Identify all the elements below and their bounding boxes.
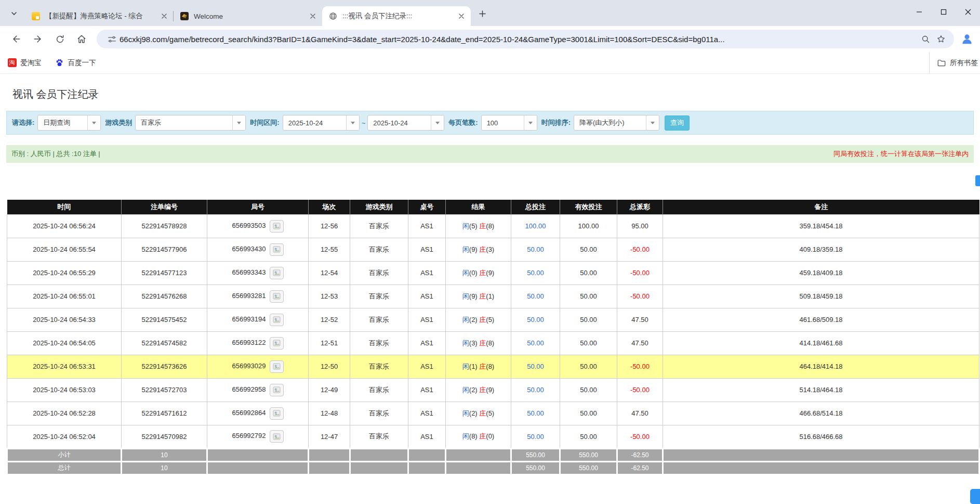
back-to-top-button[interactable] xyxy=(970,489,980,504)
profile-avatar[interactable] xyxy=(959,31,975,47)
video-replay-button[interactable] xyxy=(270,337,284,350)
total-bet-link[interactable]: 50.00 xyxy=(511,378,560,402)
bookmark-label: 爱淘宝 xyxy=(20,58,42,68)
total-row-empty-remark xyxy=(663,461,979,474)
valid-bet: 50.00 xyxy=(560,355,617,378)
video-replay-button[interactable] xyxy=(270,267,284,279)
chevron-down-icon xyxy=(87,115,100,130)
game-result: 闲(8) 庄(0) xyxy=(446,425,511,448)
table-row: 2025-10-24 06:53:03522914572703656992958… xyxy=(7,378,979,402)
bookmark-taobao[interactable]: 淘 爱淘宝 xyxy=(7,58,42,68)
payout: 47.50 xyxy=(617,402,663,425)
game-type: 百家乐 xyxy=(350,355,408,378)
valid-bet: 50.00 xyxy=(560,425,617,448)
payout: 95.00 xyxy=(617,214,663,238)
all-bookmarks[interactable]: 所有书签 xyxy=(929,52,980,73)
video-replay-button[interactable] xyxy=(270,430,284,443)
round-number: 656993281 xyxy=(207,285,309,308)
bet-time: 2025-10-24 06:55:54 xyxy=(7,238,122,261)
reload-button[interactable] xyxy=(51,30,69,48)
date-start-select[interactable]: 2025-10-24 xyxy=(283,115,360,131)
plus-icon xyxy=(479,10,486,17)
bet-time: 2025-10-24 06:56:24 xyxy=(7,214,122,238)
session-number: 12-55 xyxy=(309,238,350,261)
remark: 464.18/414.18 xyxy=(663,355,979,378)
game-result: 闲(1) 庄(8) xyxy=(446,355,511,378)
tab-close-button[interactable] xyxy=(308,11,318,21)
table-row: 2025-10-24 06:54:33522914575452656993194… xyxy=(7,308,979,331)
total-bet-link[interactable]: 50.00 xyxy=(511,331,560,355)
video-replay-button[interactable] xyxy=(270,290,284,303)
home-button[interactable] xyxy=(73,30,90,48)
payout: -50.00 xyxy=(617,285,663,308)
subtotal-row-count: 10 xyxy=(122,448,207,461)
sort-select[interactable]: 降幂(由大到小) xyxy=(574,115,659,131)
bet-record-table: 时间 注单编号 局号 场次 游戏类别 桌号 结果 总投注 有效投注 总派彩 备注… xyxy=(6,200,980,475)
bookmark-star-icon[interactable] xyxy=(933,31,949,47)
query-type-select[interactable]: 日期查询 xyxy=(37,115,101,131)
url-bar[interactable]: 66cxkj98.com/game/betrecord_search/kind3… xyxy=(97,30,954,48)
total-bet-link[interactable]: 50.00 xyxy=(511,238,560,261)
new-tab-button[interactable] xyxy=(475,6,489,21)
session-number: 12-54 xyxy=(309,261,350,285)
video-replay-button[interactable] xyxy=(270,360,284,373)
search-button[interactable]: 查询 xyxy=(665,115,690,131)
tab-search-button[interactable] xyxy=(6,6,22,21)
table-row: 2025-10-24 06:52:04522914570982656992792… xyxy=(7,425,979,448)
tab-title: Welcome xyxy=(194,12,304,20)
table-row: 2025-10-24 06:55:01522914576268656993281… xyxy=(7,285,979,308)
floating-side-button[interactable] xyxy=(975,175,980,186)
game-type: 百家乐 xyxy=(350,425,408,448)
total-bet-link[interactable]: 50.00 xyxy=(511,355,560,378)
table-row: 2025-10-24 06:55:54522914577906656993430… xyxy=(7,238,979,261)
total-row-label: 总计 xyxy=(7,461,122,474)
site-settings-icon[interactable] xyxy=(104,31,120,47)
tab-close-button[interactable] xyxy=(159,11,169,21)
per-page-select[interactable]: 100 xyxy=(481,115,537,131)
video-replay-button[interactable] xyxy=(270,384,284,396)
game-type: 百家乐 xyxy=(350,308,408,331)
chevron-down-icon xyxy=(431,115,444,130)
chevron-down-icon xyxy=(10,10,18,17)
tab-betrecord[interactable]: :::视讯 会员下注纪录::: xyxy=(322,6,471,26)
bet-id: 522914572703 xyxy=(122,378,207,402)
total-bet-link[interactable]: 50.00 xyxy=(511,425,560,448)
bookmark-label: 百度一下 xyxy=(68,58,96,68)
bookmark-baidu[interactable]: 百度一下 xyxy=(55,58,96,68)
round-number: 656992864 xyxy=(207,402,309,425)
url-text[interactable]: 66cxkj98.com/game/betrecord_search/kind3… xyxy=(120,35,918,44)
tab-welcome[interactable]: Welcome xyxy=(174,6,322,26)
total-bet-link[interactable]: 50.00 xyxy=(511,261,560,285)
select-label: 请选择: xyxy=(12,118,34,127)
video-replay-button[interactable] xyxy=(270,407,284,420)
maximize-button[interactable] xyxy=(931,0,956,24)
table-number: AS1 xyxy=(408,261,446,285)
game-result: 闲(2) 庄(9) xyxy=(446,378,511,402)
subtotal-row-valid-bet: 550.00 xyxy=(560,448,617,461)
video-replay-button[interactable] xyxy=(270,220,284,232)
video-replay-button[interactable] xyxy=(270,314,284,326)
total-bet-link[interactable]: 50.00 xyxy=(511,308,560,331)
total-bet-link[interactable]: 50.00 xyxy=(511,285,560,308)
game-result: 闲(2) 庄(5) xyxy=(446,402,511,425)
remark: 461.68/509.18 xyxy=(663,308,979,331)
date-end-select[interactable]: 2025-10-24 xyxy=(367,115,444,131)
payout: 47.50 xyxy=(617,331,663,355)
total-bet-link[interactable]: 50.00 xyxy=(511,402,560,425)
date-range-label: 时间区间: xyxy=(250,118,279,127)
back-button[interactable] xyxy=(7,30,25,48)
tab-close-button[interactable] xyxy=(456,11,467,21)
subtotal-row-empty-game xyxy=(350,448,408,461)
valid-bet: 50.00 xyxy=(560,261,617,285)
video-replay-button[interactable] xyxy=(270,243,284,256)
tab-forum[interactable]: 【新提醒】海燕策略论坛 - 综合 xyxy=(25,6,174,26)
minimize-button[interactable] xyxy=(907,0,931,24)
game-type-select[interactable]: 百家乐 xyxy=(135,115,246,131)
valid-bet: 50.00 xyxy=(560,331,617,355)
game-type: 百家乐 xyxy=(350,378,408,402)
col-table-no: 桌号 xyxy=(408,200,446,214)
forward-button[interactable] xyxy=(29,30,47,48)
zoom-icon[interactable] xyxy=(918,31,933,47)
close-window-button[interactable] xyxy=(956,0,980,24)
total-bet-link[interactable]: 100.00 xyxy=(511,214,560,238)
